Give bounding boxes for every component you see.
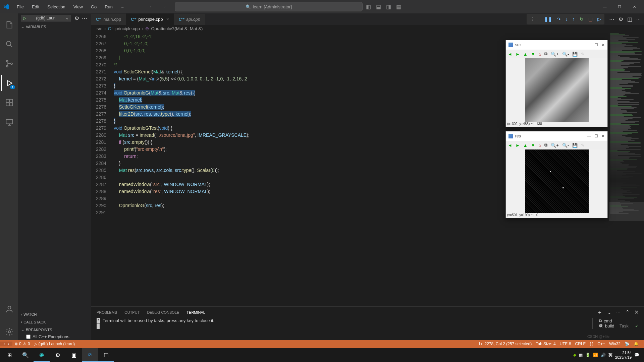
debug-step-out-icon[interactable]: ↑	[573, 16, 575, 22]
wand-icon[interactable]: ✎	[581, 52, 585, 57]
status-encoding[interactable]: UTF-8	[558, 342, 573, 346]
window-close-icon[interactable]: ✕	[601, 134, 605, 138]
status-eol[interactable]: CRLF	[573, 342, 588, 346]
breadcrumb-function[interactable]: OprationloG(Mat &, Mat &)	[151, 26, 203, 31]
activity-search-icon[interactable]	[1, 36, 17, 52]
section-breakpoints[interactable]: ⌄BREAKPOINTS	[18, 326, 91, 334]
layout-customize-icon[interactable]: ▦	[394, 3, 404, 11]
debug-restart-icon[interactable]: ↻	[580, 16, 584, 22]
status-bell-icon[interactable]: 🔔	[632, 342, 641, 346]
debug-pause-icon[interactable]: ❚❚	[544, 16, 552, 22]
layout-sidebar-left-icon[interactable]: ◧	[364, 3, 373, 11]
command-center[interactable]: 🔍 learn [Administrator]	[175, 2, 363, 11]
nav-up-icon[interactable]: ▲	[523, 52, 528, 57]
tray-volume-icon[interactable]: 🔊	[601, 353, 606, 357]
tab-main-cpp[interactable]: C⁺main.cpp	[91, 14, 126, 25]
menu-overflow[interactable]: ···	[117, 3, 128, 11]
panel-close-icon[interactable]: ✕	[634, 309, 639, 316]
panel-more-icon[interactable]: ···	[616, 309, 621, 316]
save-icon[interactable]: 💾	[572, 52, 578, 57]
zoom-ext-icon[interactable]: ⧉	[544, 142, 547, 148]
minimap-viewport[interactable]	[609, 202, 644, 221]
zoom-ext-icon[interactable]: ⧉	[544, 51, 547, 57]
zoom-in-icon[interactable]: 🔍+	[551, 143, 559, 148]
status-position[interactable]: Ln 2278, Col 2 (257 selected)	[477, 342, 534, 346]
terminal-content[interactable]: * Terminal will be reused by tasks, pres…	[91, 318, 644, 340]
status-feedback-icon[interactable]: 📡	[623, 342, 632, 346]
section-callstack[interactable]: ›CALL STACK	[18, 318, 91, 326]
tray-ime[interactable]: 英	[608, 352, 612, 358]
opencv-window-src[interactable]: src—☐✕ ◄►▲▼⌂⧉🔍+🔍-💾✎ (x=302, y=485) ~ L:1…	[505, 40, 608, 127]
taskbar-search-icon[interactable]: 🔍	[17, 348, 34, 362]
taskbar-vscode-icon[interactable]: ⧄	[82, 348, 98, 362]
breadcrumb-file[interactable]: principle.cpp	[115, 26, 140, 31]
editor-action-icon[interactable]: ⋯	[609, 16, 614, 22]
status-launch[interactable]: ▷(gdb) Launch (learn)	[32, 342, 77, 346]
activity-account-icon[interactable]	[1, 301, 17, 317]
breadcrumb[interactable]: src › C⁺ principle.cpp › ⊕ OprationloG(M…	[91, 25, 644, 33]
tray-nvidia-icon[interactable]: ◆	[573, 353, 576, 357]
settings-gear-icon[interactable]: ⚙	[74, 15, 79, 21]
status-lang[interactable]: C++	[595, 342, 607, 346]
bp-checkbox[interactable]	[26, 335, 31, 339]
taskbar-settings-icon[interactable]: ⚙	[50, 348, 66, 362]
menu-file[interactable]: File	[13, 3, 27, 11]
nav-left-icon[interactable]: ◄	[508, 143, 512, 148]
debug-continue-icon[interactable]: ▷	[597, 16, 601, 22]
nav-right-icon[interactable]: ►	[516, 143, 520, 148]
taskbar-app-icon[interactable]: ◫	[98, 348, 114, 362]
panel-tab-terminal[interactable]: TERMINAL	[186, 309, 205, 316]
minimap[interactable]	[609, 33, 644, 306]
remote-indicator[interactable]: ⟷	[0, 342, 12, 346]
taskbar-edge-icon[interactable]: ◉	[34, 348, 50, 362]
menu-run[interactable]: Run	[101, 3, 116, 11]
nav-down-icon[interactable]: ▼	[531, 52, 535, 57]
home-icon[interactable]: ⌂	[539, 52, 541, 57]
window-minimize-icon[interactable]: —	[587, 134, 591, 138]
launch-config-select[interactable]: ▷ (gdb) Laun ⌄	[21, 15, 71, 21]
opencv-window-res[interactable]: res—☐✕ ◄►▲▼⌂⧉🔍+🔍-💾✎ (x=501, y=190) ~ L:0	[505, 131, 608, 218]
home-icon[interactable]: ⌂	[539, 143, 541, 148]
editor-more-icon[interactable]: ···	[636, 16, 641, 22]
panel-tab-output[interactable]: OUTPUT	[124, 309, 140, 316]
zoom-in-icon[interactable]: 🔍+	[551, 52, 559, 57]
debug-step-over-icon[interactable]: ↷	[557, 16, 561, 22]
breakpoint-item[interactable]: All C++ Exceptions	[18, 334, 91, 340]
zoom-out-icon[interactable]: 🔍-	[562, 52, 569, 57]
wand-icon[interactable]: ✎	[581, 143, 585, 148]
activity-settings-icon[interactable]	[1, 324, 17, 340]
window-maximize-icon[interactable]: ☐	[594, 43, 598, 47]
editor-split-icon[interactable]: ◫	[627, 16, 632, 22]
window-maximize-icon[interactable]: ☐	[612, 2, 627, 12]
nav-back-icon[interactable]: ←	[149, 4, 155, 10]
layout-panel-icon[interactable]: ⬓	[374, 3, 383, 11]
menu-view[interactable]: View	[70, 3, 86, 11]
activity-scm-icon[interactable]	[1, 56, 17, 72]
terminal-group-cmd[interactable]: ⧉cmd	[599, 318, 639, 323]
debug-step-into-icon[interactable]: ↓	[566, 16, 568, 22]
nav-down-icon[interactable]: ▼	[531, 143, 535, 148]
section-watch[interactable]: ›WATCH	[18, 310, 91, 318]
tab-principle-cpp[interactable]: C⁺principle.cpp×	[126, 13, 174, 25]
editor-settings-icon[interactable]: ⚙	[619, 16, 623, 22]
menu-selection[interactable]: Selection	[44, 3, 68, 11]
activity-extensions-icon[interactable]	[1, 95, 17, 111]
overflow-icon[interactable]: ⋯	[82, 15, 87, 21]
nav-right-icon[interactable]: ►	[516, 52, 520, 57]
activity-remote-icon[interactable]	[1, 114, 17, 130]
status-errors[interactable]: ⊗0⚠0	[12, 342, 32, 346]
tab-close-icon[interactable]: ×	[166, 16, 169, 22]
taskbar-terminal-icon[interactable]: ▣	[66, 348, 82, 362]
panel-tab-problems[interactable]: PROBLEMS	[97, 309, 117, 316]
tray-wifi-icon[interactable]: 📶	[593, 353, 598, 357]
start-button[interactable]: ⊞	[1, 348, 17, 362]
window-close-icon[interactable]: ✕	[627, 2, 641, 12]
window-close-icon[interactable]: ✕	[601, 43, 605, 47]
nav-left-icon[interactable]: ◄	[508, 52, 512, 57]
zoom-out-icon[interactable]: 🔍-	[562, 143, 569, 148]
tray-notifications-icon[interactable]: 💬	[634, 353, 639, 357]
window-minimize-icon[interactable]: —	[598, 2, 612, 12]
layout-sidebar-right-icon[interactable]: ◨	[384, 3, 393, 11]
panel-maximize-icon[interactable]: ⌃	[625, 309, 630, 316]
tab-api-cpp[interactable]: C⁺api.cpp	[174, 14, 205, 25]
